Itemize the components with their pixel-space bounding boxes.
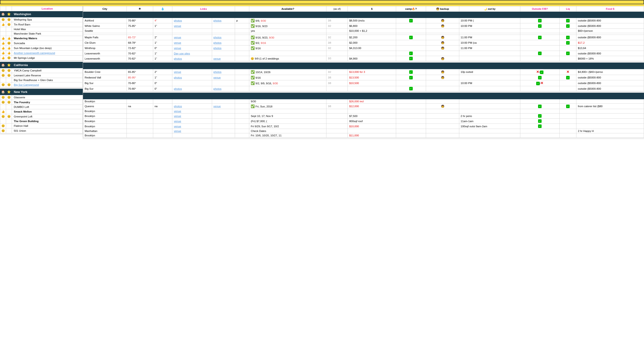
section-emoji1: 🏠	[0, 11, 6, 17]
venue-link2[interactable]: photos	[214, 19, 222, 22]
venue-link2-cell[interactable]	[212, 23, 235, 29]
venue-link2-cell[interactable]	[212, 124, 235, 129]
venue-liq	[560, 29, 576, 33]
venue-temp: 70-80°	[126, 80, 153, 86]
asof-header: (as of)	[326, 6, 348, 12]
venue-link3-cell	[235, 51, 249, 56]
venue-emoji1	[0, 78, 6, 82]
venue-link2[interactable]: photos	[214, 47, 222, 49]
venue-backup	[426, 109, 459, 114]
venue-link2-cell[interactable]: photos	[212, 40, 235, 45]
venue-link1[interactable]: photos	[174, 76, 182, 79]
venue-link2-cell[interactable]	[212, 114, 235, 119]
venue-link1-cell[interactable]: venue	[172, 45, 212, 51]
venue-link2-cell[interactable]: photos	[212, 86, 235, 91]
venue-link2[interactable]: venue	[214, 105, 221, 108]
venue-link2-cell[interactable]	[212, 109, 235, 114]
venue-link2-cell[interactable]: venue	[212, 75, 235, 80]
venue-link1[interactable]: venue	[174, 70, 181, 73]
venue-link1-cell[interactable]	[172, 33, 212, 35]
venue-liq: ✕	[560, 69, 576, 75]
venue-rain: 0"	[153, 80, 172, 86]
venue-name: Glasserie	[12, 95, 83, 100]
venue-link1[interactable]: Day use sites	[174, 52, 190, 55]
venue-link1-cell[interactable]: venue	[172, 69, 212, 75]
venue-link1-cell[interactable]: venue	[172, 109, 212, 114]
venue-link2-cell[interactable]	[212, 99, 235, 104]
venue-link1[interactable]: venue	[174, 115, 181, 117]
venue-link2-cell[interactable]: photos	[212, 35, 235, 40]
venue-link1-cell[interactable]: venue	[172, 35, 212, 40]
venue-rain: 1"	[153, 51, 172, 56]
venue-link2-cell[interactable]: venue	[212, 104, 235, 109]
venue-outsidefb	[520, 86, 560, 91]
venue-link2[interactable]: photos	[214, 41, 222, 44]
venue-city: Manhattan	[83, 129, 127, 133]
venue-link2-cell[interactable]: photos	[212, 18, 235, 23]
venue-link1-cell[interactable]: venue	[172, 40, 212, 45]
venue-link1[interactable]: venue	[174, 120, 181, 123]
venue-link1[interactable]: venue	[174, 130, 181, 132]
venue-rain: 1"	[153, 23, 172, 29]
venue-link2[interactable]: venue	[214, 57, 221, 60]
venue-name[interactable]: Big Sur Campground	[12, 82, 83, 87]
venue-liq	[560, 33, 576, 35]
venue-outsidefb: ✓	[520, 75, 560, 80]
venue-link2-cell[interactable]	[212, 119, 235, 124]
venue-link1[interactable]: venue	[174, 47, 181, 49]
venue-link2[interactable]: photos	[214, 70, 222, 73]
venue-link2-cell[interactable]: photos	[212, 45, 235, 51]
venue-backup	[426, 114, 459, 119]
venue-link1-cell[interactable]: venue	[172, 23, 212, 29]
venue-link1[interactable]: venue	[174, 41, 181, 44]
venue-link2-cell[interactable]: photos	[212, 69, 235, 75]
venue-outby	[459, 56, 520, 61]
venue-link1[interactable]: venue	[174, 125, 181, 128]
venue-link1[interactable]: photos	[174, 105, 182, 108]
venue-link3-cell	[235, 35, 249, 40]
venue-link2[interactable]: photos	[214, 87, 222, 90]
section-spacer	[0, 87, 83, 89]
venue-city: Brooklyn	[83, 119, 127, 124]
venue-link2[interactable]: photos	[214, 36, 222, 39]
venue-link1-cell[interactable]: photos	[172, 86, 212, 91]
link3-header	[235, 6, 249, 12]
venue-link3-cell	[235, 29, 249, 33]
venue-asof	[326, 99, 348, 104]
venue-link1-cell[interactable]: Day use sites	[172, 51, 212, 56]
venue-link1-cell[interactable]	[172, 99, 212, 104]
venue-link2[interactable]: venue	[214, 76, 221, 79]
venue-link1-cell[interactable]: photos	[172, 56, 212, 61]
venue-liq: ✓	[560, 51, 576, 56]
venue-link1-cell[interactable]: venue	[172, 124, 212, 129]
venue-name[interactable]: Another Leavenworth campground	[12, 51, 83, 56]
venue-temp: 85-95°	[126, 75, 153, 80]
venue-link2-cell[interactable]	[212, 51, 235, 56]
liq-header: Liq	[560, 6, 576, 12]
venue-link1-cell[interactable]: photos	[172, 104, 212, 109]
venue-link1[interactable]: photos	[174, 57, 182, 60]
venue-emoji1: 😊	[0, 95, 6, 100]
venue-link3-cell	[235, 80, 249, 86]
venue-link2-cell[interactable]	[212, 80, 235, 86]
venue-link1-cell[interactable]	[172, 80, 212, 86]
venue-link1-cell[interactable]: photos	[172, 18, 212, 23]
venue-link2-cell[interactable]: venue	[212, 56, 235, 61]
table-row: Cle Elum 68-78° 1" venue photos ✅ 9/2, 9…	[83, 40, 644, 45]
venue-link1[interactable]: venue	[174, 24, 181, 27]
venue-link2-cell[interactable]	[212, 33, 235, 35]
venue-link1-cell[interactable]	[172, 133, 212, 138]
venue-link1[interactable]: venue	[174, 36, 181, 39]
venue-link1[interactable]: photos	[174, 87, 182, 90]
venue-link1-cell[interactable]: venue	[172, 119, 212, 124]
venue-link1-cell[interactable]	[172, 29, 212, 33]
venue-link1-cell[interactable]: venue	[172, 114, 212, 119]
venue-link2-cell[interactable]	[212, 129, 235, 133]
venue-link2-cell[interactable]	[212, 29, 235, 33]
venue-link1[interactable]: photos	[174, 19, 182, 22]
venue-link1[interactable]: venue	[174, 110, 181, 113]
venue-link2-cell[interactable]	[212, 133, 235, 138]
venue-link1-cell[interactable]: venue	[172, 129, 212, 133]
venue-link1-cell[interactable]: photos	[172, 75, 212, 80]
venue-asof: 3/3	[326, 56, 348, 61]
